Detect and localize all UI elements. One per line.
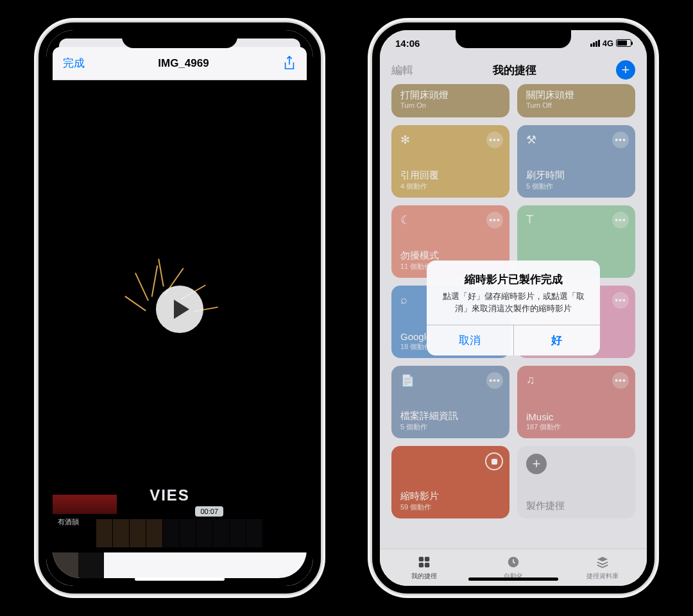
- media-strip[interactable]: [53, 552, 307, 578]
- phone-left: 完成 IMG_4969 有酒韻 VIES 00:07: [38, 22, 321, 594]
- phone-right: 14:06 4G 編輯 我的捷徑 + 打開床頭燈Turn On關閉床頭燈Turn…: [372, 22, 654, 594]
- notch: [456, 30, 571, 48]
- shortcuts-screen: 14:06 4G 編輯 我的捷徑 + 打開床頭燈Turn On關閉床頭燈Turn…: [380, 30, 647, 586]
- alert-dialog: 縮時影片已製作完成 點選「好」儲存縮時影片，或點選「取消」來取消這次製作的縮時影…: [427, 261, 600, 355]
- playhead-time: 00:07: [195, 506, 223, 517]
- scene-banner: [53, 495, 117, 514]
- scene-logo-text: VIES: [150, 486, 190, 504]
- video-preview-screen: 完成 IMG_4969 有酒韻 VIES 00:07: [46, 30, 313, 586]
- home-indicator[interactable]: [468, 578, 558, 581]
- alert-message: 點選「好」儲存縮時影片，或點選「取消」來取消這次製作的縮時影片: [437, 291, 590, 314]
- modal-overlay: 縮時影片已製作完成 點選「好」儲存縮時影片，或點選「取消」來取消這次製作的縮時影…: [380, 30, 647, 586]
- alert-cancel-button[interactable]: 取消: [427, 325, 514, 355]
- share-icon[interactable]: [282, 55, 296, 72]
- notch: [122, 30, 237, 48]
- alert-ok-button[interactable]: 好: [514, 325, 601, 355]
- video-area[interactable]: 有酒韻 VIES 00:07: [53, 80, 307, 578]
- navbar: 完成 IMG_4969: [53, 47, 307, 80]
- play-button[interactable]: [156, 286, 203, 333]
- home-indicator[interactable]: [135, 578, 225, 581]
- alert-title: 縮時影片已製作完成: [437, 272, 590, 287]
- video-timeline[interactable]: 00:07: [53, 514, 307, 552]
- media-title: IMG_4969: [158, 57, 209, 70]
- done-button[interactable]: 完成: [63, 56, 85, 71]
